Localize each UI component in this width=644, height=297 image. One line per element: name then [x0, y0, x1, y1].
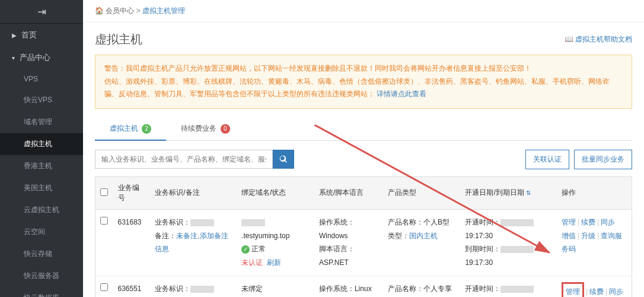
sidebar-item-vps[interactable]: VPS — [0, 69, 83, 89]
assoc-auth-button[interactable]: 关联认证 — [525, 150, 569, 169]
sidebar-item-home[interactable]: ▶ 首页 — [0, 24, 83, 46]
sidebar-item-server[interactable]: 快云服务器 — [0, 265, 83, 287]
row-checkbox[interactable] — [100, 283, 108, 291]
cell-date: 开通时间：xxxx-xx-xx 01:21:36 到期时间：xxxx-xx-xx… — [460, 276, 557, 297]
table-row: 636551 业务标识：xxxxx 备注：未备注,添加备注信息 未绑定 ✓正常 … — [95, 276, 632, 297]
sidebar-label: 首页 — [21, 30, 37, 40]
sync-link[interactable]: 同步 — [609, 287, 623, 296]
type-link[interactable]: 国内主机 — [409, 232, 438, 240]
breadcrumb-current[interactable]: 虚拟主机管理 — [142, 7, 185, 15]
tabs: 虚拟主机 2 待续费业务 0 — [95, 118, 632, 141]
home-icon: 🏠 — [95, 7, 104, 15]
cell-domain: xxx.testyuming.top ✓正常 未认证 刷新 — [237, 209, 314, 276]
cell-sys: 操作系统：Linux 脚本语言：PHP — [314, 276, 383, 297]
page-title: 虚拟主机 — [95, 31, 142, 48]
sidebar-item-cloud-space[interactable]: 云空间 — [0, 221, 83, 243]
sidebar-label: 产品中心 — [20, 52, 50, 63]
redacted: xxxx-xx-xx — [500, 246, 534, 253]
select-all-checkbox[interactable] — [100, 188, 108, 196]
add-link[interactable]: 增值 — [562, 232, 576, 240]
cell-biz: 业务标识：xxxxx 备注：未备注,添加备注信息 — [150, 276, 237, 297]
sidebar-item-storage[interactable]: 快云存储 — [0, 243, 83, 265]
highlight-annotation: 管理 — [562, 282, 584, 297]
sidebar: ⇥ ▶ 首页 ▾ 产品中心 VPS 快云VPS 域名管理 虚拟主机 香港主机 美… — [0, 0, 83, 297]
col-id: 业务编号 — [113, 176, 151, 209]
col-ops: 操作 — [557, 176, 632, 209]
sync-link[interactable]: 同步 — [601, 218, 615, 226]
search-input[interactable] — [95, 150, 273, 169]
search-button[interactable] — [273, 150, 294, 169]
redacted: xxxx-xx-xx — [500, 219, 534, 226]
warning-alert: 警告：我司虚拟主机产品只允许放置正规网站，以下网站一经发现直接删除且不退款！同时… — [95, 55, 632, 109]
cell-date: 开通时间：xxxx-xx-xx 19:17:30 到期时间：xxxx-xx-xx… — [460, 209, 557, 276]
upgrade-link[interactable]: 升级 — [581, 232, 595, 240]
search-box — [95, 150, 294, 169]
manage-link[interactable]: 管理 — [566, 287, 580, 296]
cell-biz: 业务标识：xxxxx 备注：未备注,添加备注信息 — [150, 209, 237, 276]
main-content: 🏠 会员中心 > 虚拟主机管理 虚拟主机 📖 虚拟主机帮助文档 警告：我司虚拟主… — [83, 0, 644, 297]
col-prod: 产品类型 — [383, 176, 460, 209]
cell-domain: 未绑定 ✓正常 未认证 刷新 — [237, 276, 314, 297]
sidebar-item-domain[interactable]: 域名管理 — [0, 111, 83, 133]
sort-icon: ⇅ — [526, 189, 531, 196]
sidebar-item-us[interactable]: 美国主机 — [0, 177, 83, 199]
alert-more-link[interactable]: 详情请点此查看 — [377, 90, 426, 98]
cell-prod: 产品名称：个人B型 类型：国内主机 — [383, 209, 460, 276]
verify-status: 未认证 — [241, 258, 263, 267]
redacted: xxx — [241, 219, 265, 226]
refresh-link[interactable]: 刷新 — [267, 258, 281, 267]
redacted: xxxxx — [190, 286, 214, 293]
row-checkbox[interactable] — [100, 217, 108, 225]
col-domain: 绑定域名/状态 — [237, 176, 314, 209]
tab-badge: 2 — [142, 124, 151, 134]
data-table: 业务编号 业务标识/备注 绑定域名/状态 系统/脚本语言 产品类型 开通日期/到… — [95, 176, 632, 297]
renew-link[interactable]: 续费 — [589, 287, 604, 296]
alert-line1: 警告：我司虚拟主机产品只允许放置正规网站，以下网站一经发现直接删除且不退款！同时… — [104, 62, 623, 75]
col-date[interactable]: 开通日期/到期日期 ⇅ — [460, 176, 557, 209]
status-ok-icon: ✓ — [241, 245, 250, 254]
cell-sys: 操作系统：Windows 脚本语言：ASP.NET — [314, 209, 383, 276]
col-sys: 系统/脚本语言 — [314, 176, 383, 209]
caret-right-icon: ▶ — [12, 32, 17, 39]
redacted: xxxx-xx-xx — [500, 286, 534, 293]
tab-vhost[interactable]: 虚拟主机 2 — [95, 118, 166, 141]
table-row: 631683 业务标识：xxxxx 备注：未备注,添加备注信息 xxx.test… — [95, 209, 632, 276]
batch-sync-button[interactable]: 批量同步业务 — [574, 150, 632, 169]
renew-link[interactable]: 续费 — [581, 218, 595, 226]
cell-id: 631683 — [113, 209, 151, 276]
sidebar-item-kuaiyun-vps[interactable]: 快云VPS — [0, 89, 83, 111]
sidebar-item-products[interactable]: ▾ 产品中心 — [0, 46, 83, 69]
cell-ops: 管理|续费|同步 增值|升级|查询服务码 — [557, 209, 632, 276]
redacted: xxxxx — [190, 219, 214, 226]
sidebar-item-cloud-vhost[interactable]: 云虚拟主机 — [0, 199, 83, 221]
cell-ops: 管理|续费|同步 增值|查询服务码 — [557, 276, 632, 297]
tab-renewal[interactable]: 待续费业务 0 — [166, 118, 244, 140]
caret-down-icon: ▾ — [12, 55, 15, 61]
help-link[interactable]: 📖 虚拟主机帮助文档 — [565, 34, 632, 45]
alert-line2: 仿站、游戏外挂、彩票、博彩、在线棋牌、法轮功、黄赌毒、木马、病毒、色情（含低俗擦… — [104, 75, 623, 101]
breadcrumb-home[interactable]: 会员中心 — [106, 7, 134, 15]
manage-link[interactable]: 管理 — [562, 218, 576, 226]
sidebar-item-vhost[interactable]: 虚拟主机 — [0, 133, 83, 155]
breadcrumb-sep: > — [136, 7, 141, 15]
col-biz: 业务标识/备注 — [150, 176, 237, 209]
breadcrumb: 🏠 会员中心 > 虚拟主机管理 — [83, 0, 644, 23]
sidebar-logo: ⇥ — [0, 0, 83, 24]
cell-id: 636551 — [113, 276, 151, 297]
tab-badge: 0 — [221, 124, 230, 134]
search-icon — [279, 155, 288, 163]
sidebar-item-db[interactable]: 快云数据库 — [0, 287, 83, 297]
cell-prod: 产品名称：个人专享主机 类型：国内主机 — [383, 276, 460, 297]
sidebar-item-hk[interactable]: 香港主机 — [0, 155, 83, 177]
